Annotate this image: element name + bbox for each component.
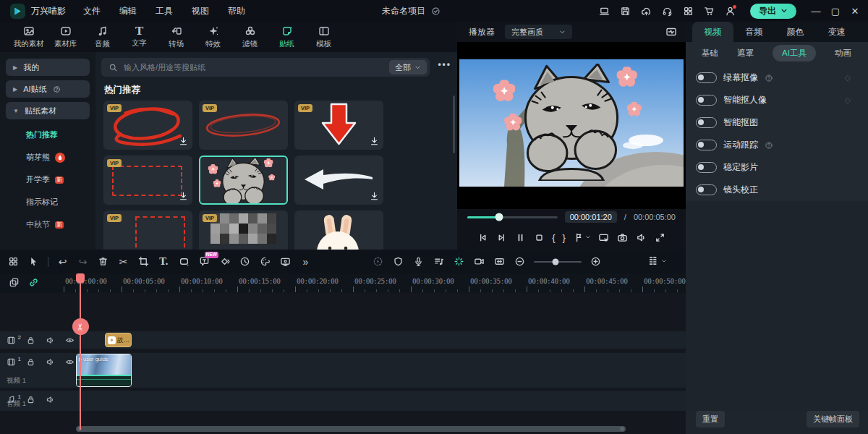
download-icon[interactable] — [369, 136, 380, 147]
crop-icon[interactable] — [137, 255, 150, 268]
tab-my-media[interactable]: 我的素材 — [10, 22, 47, 52]
more-options-button[interactable]: ••• — [438, 59, 451, 69]
keyframe-diamond-icon[interactable]: ◇ — [845, 95, 851, 105]
sidebar-group-sticker-assets[interactable]: ▼贴纸素材 — [6, 102, 90, 119]
download-icon[interactable] — [178, 136, 189, 147]
sticker-card-cat-flowers[interactable] — [199, 156, 288, 205]
tab-effects[interactable]: 特效 — [195, 22, 231, 52]
monitor-pulse-icon[interactable] — [665, 26, 677, 38]
download-icon[interactable] — [369, 191, 380, 202]
motion-tracking-toggle[interactable] — [696, 140, 717, 150]
shield-icon[interactable] — [392, 255, 404, 268]
timeline-ruler[interactable]: 00:00:00:00 00:00:05:00 00:00:10:00 00:0… — [0, 273, 686, 293]
sidebar-group-ai-sticker[interactable]: ▶AI贴纸 — [6, 80, 90, 98]
video-preview[interactable] — [457, 42, 686, 209]
lock-icon[interactable] — [25, 357, 35, 367]
lock-icon[interactable] — [25, 394, 35, 404]
sticker-card-arrow-down[interactable]: VIP — [294, 101, 383, 150]
sticker-card-rabbit[interactable] — [294, 210, 383, 250]
portrait-cutout-toggle[interactable] — [696, 95, 717, 106]
color-palette-icon[interactable] — [259, 255, 271, 268]
lens-correction-toggle[interactable] — [696, 184, 717, 195]
stabilization-toggle[interactable] — [696, 162, 717, 173]
keyframe-diamond-icon[interactable]: ◇ — [845, 73, 851, 82]
keyframe-tool-icon[interactable] — [218, 255, 231, 268]
mute-speaker-icon[interactable] — [45, 357, 55, 367]
zoom-out-icon[interactable] — [514, 255, 526, 268]
menu-edit[interactable]: 编辑 — [119, 5, 137, 17]
sidebar-item-mid-autumn[interactable]: 中秋节新 — [6, 213, 90, 236]
minimize-button[interactable]: — — [810, 6, 822, 17]
sidebar-item-hot[interactable]: 热门推荐 — [6, 124, 90, 146]
timeline-horizontal-scrollbar[interactable] — [76, 426, 626, 432]
mark-out-button[interactable]: } — [563, 232, 566, 243]
menu-tools[interactable]: 工具 — [156, 5, 173, 17]
marker-button[interactable] — [573, 232, 591, 243]
sticker-card-brush-ellipse[interactable]: VIP — [199, 101, 288, 150]
mute-speaker-icon[interactable] — [45, 335, 55, 345]
screen-record-icon[interactable] — [279, 255, 292, 268]
tab-audio-props[interactable]: 音频 — [733, 22, 775, 42]
menu-help[interactable]: 帮助 — [228, 5, 245, 17]
sidebar-group-mine[interactable]: ▶我的 — [6, 59, 90, 76]
media-browser-icon[interactable] — [7, 255, 20, 268]
sidebar-item-mengyaxiong[interactable]: 萌芽熊 — [6, 146, 90, 169]
account-icon[interactable] — [723, 4, 736, 17]
more-tools-icon[interactable]: » — [299, 255, 312, 268]
apps-grid-icon[interactable] — [681, 4, 694, 17]
tab-transition[interactable]: 转场 — [158, 22, 195, 52]
mask-icon[interactable] — [178, 255, 190, 268]
stop-button[interactable] — [533, 231, 545, 243]
snapshot-button[interactable] — [617, 231, 629, 243]
playback-quality-dropdown[interactable]: 完整画质 — [505, 25, 572, 39]
subtab-ai-tools[interactable]: AI工具 — [773, 45, 816, 61]
select-tool-icon[interactable] — [27, 255, 40, 268]
green-screen-toggle[interactable] — [696, 72, 717, 83]
fit-timeline-icon[interactable] — [493, 255, 506, 268]
video-clip[interactable]: user guide — [76, 354, 132, 387]
playhead-handle[interactable] — [76, 273, 85, 283]
help-icon[interactable] — [765, 74, 773, 82]
delete-icon[interactable] — [97, 255, 109, 268]
playhead-scissors-button[interactable]: ✂ — [72, 318, 89, 335]
render-preview-icon[interactable] — [372, 255, 384, 268]
tab-text[interactable]: T文字 — [121, 22, 158, 52]
menu-file[interactable]: 文件 — [83, 5, 101, 17]
tab-audio[interactable]: 音频 — [84, 22, 121, 52]
eye-icon[interactable] — [64, 335, 75, 345]
store-cart-icon[interactable] — [702, 4, 715, 17]
tab-stock-library[interactable]: 素材库 — [47, 22, 84, 52]
snapshot-frames-icon[interactable] — [9, 277, 20, 288]
reset-button[interactable]: 重置 — [696, 411, 725, 427]
sticker-card-arrow-left[interactable] — [294, 156, 383, 205]
sticker-clip[interactable]: ✦ 故... — [105, 333, 132, 347]
sticker-card-mosaic[interactable]: VIP — [199, 210, 288, 250]
smart-cutout-toggle[interactable] — [696, 117, 717, 128]
subtab-animation[interactable]: 动画 — [835, 48, 851, 59]
undo-icon[interactable]: ↩ — [56, 255, 69, 268]
volume-button[interactable] — [636, 231, 647, 243]
tab-templates[interactable]: 模板 — [305, 22, 342, 52]
export-button[interactable]: 导出 — [750, 4, 796, 19]
panel-scrollbar[interactable] — [453, 95, 455, 153]
next-frame-button[interactable] — [495, 231, 507, 243]
fullscreen-button[interactable] — [655, 231, 666, 243]
preview-quality-icon[interactable] — [473, 255, 485, 268]
sidebar-item-indicator-marks[interactable]: 指示标记 — [6, 191, 90, 213]
download-icon[interactable] — [178, 191, 189, 202]
pause-button[interactable] — [514, 231, 526, 243]
mute-speaker-icon[interactable] — [45, 394, 55, 404]
save-icon[interactable] — [618, 4, 631, 17]
layout-icon[interactable] — [597, 4, 610, 17]
previous-frame-button[interactable] — [477, 231, 488, 243]
mirror-screen-button[interactable] — [598, 231, 610, 243]
zoom-slider-handle[interactable] — [552, 258, 558, 265]
subtab-mask[interactable]: 遮罩 — [737, 48, 754, 59]
seek-handle[interactable] — [495, 213, 503, 221]
audio-mixer-icon[interactable] — [433, 255, 445, 268]
subtab-basic[interactable]: 基础 — [702, 48, 718, 59]
cloud-upload-icon[interactable] — [639, 4, 652, 17]
close-button[interactable]: ✕ — [849, 6, 861, 17]
menu-view[interactable]: 视图 — [192, 5, 209, 17]
redo-icon[interactable]: ↪ — [77, 255, 89, 268]
